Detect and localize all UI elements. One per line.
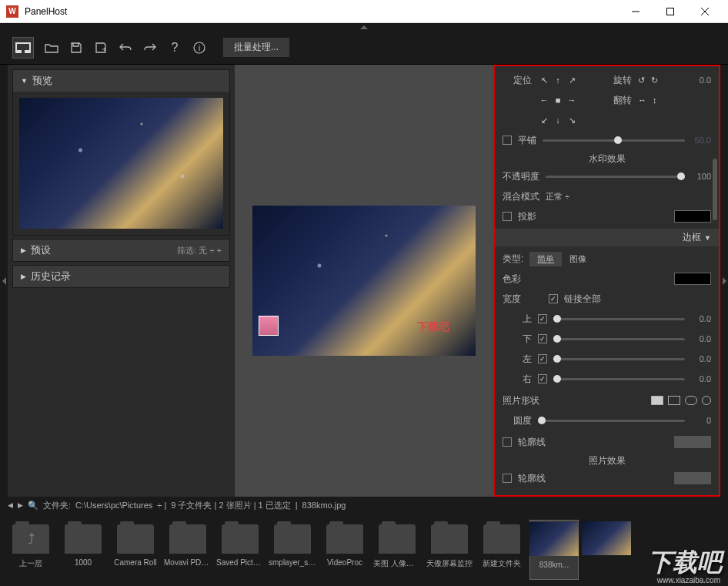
arrow-s-icon[interactable]: ↓ bbox=[552, 116, 564, 126]
folder-path[interactable]: C:\Users\pc\Pictures bbox=[75, 501, 152, 510]
outline-label: 轮廓线 bbox=[518, 436, 546, 449]
blend-dropdown[interactable]: 正常 ÷ bbox=[546, 191, 569, 203]
position-arrows[interactable]: ↖↑↗ bbox=[538, 75, 592, 85]
flip-v-icon[interactable]: ↕ bbox=[653, 95, 657, 105]
flip-label: 翻转 bbox=[613, 94, 632, 107]
outline2-swatch[interactable] bbox=[674, 472, 711, 484]
roundness-slider[interactable] bbox=[538, 420, 685, 422]
film-label: 天傲屏幕监控 bbox=[426, 558, 473, 569]
film-item[interactable]: Camera Roll bbox=[111, 520, 160, 580]
flip-h-icon[interactable]: ↔ bbox=[638, 95, 646, 105]
nav-back-icon[interactable]: ◀ bbox=[8, 501, 13, 509]
info-icon[interactable]: i bbox=[192, 41, 206, 55]
arrow-w-icon[interactable]: ← bbox=[538, 95, 550, 105]
redo-icon[interactable] bbox=[143, 41, 157, 55]
shadow-color[interactable] bbox=[674, 210, 711, 223]
position-label: 定位 bbox=[503, 74, 532, 87]
arrow-sw-icon[interactable]: ↙ bbox=[538, 116, 550, 126]
right-collapse-handle[interactable] bbox=[720, 65, 728, 497]
watermark-text: 下载吧 bbox=[417, 320, 449, 334]
filter-label[interactable]: 筛选: 无 ÷ + bbox=[177, 245, 222, 256]
border-section-header[interactable]: 边框▼ bbox=[495, 229, 719, 246]
open-folder-icon[interactable] bbox=[45, 41, 58, 55]
film-item[interactable]: 上一层 bbox=[6, 520, 55, 580]
preview-label: 预览 bbox=[32, 74, 52, 88]
thumbnail-icon bbox=[529, 522, 579, 556]
history-label: 历史记录 bbox=[31, 270, 71, 283]
shape-circle[interactable] bbox=[702, 396, 711, 405]
left-label: 左 bbox=[503, 353, 532, 366]
arrow-se-icon[interactable]: ↘ bbox=[566, 116, 578, 126]
right-checkbox[interactable] bbox=[538, 374, 547, 383]
film-item[interactable] bbox=[582, 520, 631, 580]
history-header[interactable]: ▶历史记录 bbox=[13, 266, 229, 287]
nav-fwd-icon[interactable]: ▶ bbox=[18, 501, 23, 509]
film-item[interactable]: 1000 bbox=[58, 520, 108, 580]
film-item[interactable]: 838km... bbox=[529, 520, 579, 580]
titlebar: W PanelHost bbox=[0, 0, 728, 23]
film-label: smplayer_scre... bbox=[269, 558, 316, 567]
watermark-badge[interactable] bbox=[259, 316, 279, 336]
opacity-slider[interactable] bbox=[546, 176, 685, 178]
undo-icon[interactable] bbox=[119, 41, 132, 55]
batch-button[interactable]: 批量处理... bbox=[223, 38, 289, 57]
minimize-button[interactable] bbox=[618, 1, 653, 22]
shape-rect[interactable] bbox=[668, 396, 680, 405]
left-checkbox[interactable] bbox=[538, 354, 547, 363]
arrow-e-icon[interactable]: → bbox=[566, 95, 578, 105]
right-slider[interactable] bbox=[553, 378, 685, 380]
folder-label: 文件夹: bbox=[43, 500, 71, 511]
folder-info: 9 子文件夹 | 2 张照片 | 1 已选定 bbox=[171, 500, 290, 511]
rotate-ccw-icon[interactable]: ↺ bbox=[638, 75, 645, 85]
svg-text:i: i bbox=[199, 44, 200, 52]
shape-rect-filled[interactable] bbox=[651, 396, 663, 405]
bottom-slider[interactable] bbox=[553, 338, 685, 340]
center-icon[interactable]: ■ bbox=[552, 95, 564, 105]
left-collapse-handle[interactable] bbox=[0, 65, 8, 497]
folder-icon bbox=[65, 524, 102, 554]
top-collapse-handle[interactable] bbox=[0, 23, 728, 31]
left-slider[interactable] bbox=[553, 358, 685, 360]
canvas-image[interactable]: 下载吧 bbox=[252, 206, 476, 356]
left-panel: ▼预览 ▶预设 筛选: 无 ÷ + ▶历史记录 bbox=[8, 65, 235, 497]
export-icon[interactable] bbox=[94, 41, 108, 55]
bottom-checkbox[interactable] bbox=[538, 334, 547, 343]
outline2-checkbox[interactable] bbox=[503, 474, 512, 483]
app-logo[interactable] bbox=[12, 37, 34, 59]
close-button[interactable] bbox=[687, 1, 722, 22]
maximize-button[interactable] bbox=[653, 1, 687, 22]
tile-slider[interactable] bbox=[543, 139, 685, 142]
presets-header[interactable]: ▶预设 筛选: 无 ÷ + bbox=[13, 239, 229, 261]
top-checkbox[interactable] bbox=[538, 314, 547, 323]
save-icon[interactable] bbox=[69, 41, 83, 55]
border-color[interactable] bbox=[674, 273, 711, 285]
film-item[interactable]: 美图 人像写真 bbox=[372, 520, 422, 580]
rotate-cw-icon[interactable]: ↻ bbox=[651, 75, 658, 85]
preview-thumbnail[interactable] bbox=[19, 98, 223, 229]
preview-header[interactable]: ▼预览 bbox=[13, 70, 229, 92]
film-item[interactable]: smplayer_scre... bbox=[268, 520, 317, 580]
arrow-ne-icon: ↗ bbox=[566, 75, 578, 85]
link-all-label: 链接全部 bbox=[564, 293, 601, 306]
film-item[interactable]: 新建文件夹 bbox=[477, 520, 526, 580]
film-item[interactable]: VideoProc bbox=[320, 520, 369, 580]
help-icon[interactable]: ? bbox=[168, 41, 182, 55]
film-label: Saved Pictures bbox=[216, 558, 264, 567]
outline-swatch[interactable] bbox=[674, 436, 711, 448]
outline-checkbox[interactable] bbox=[503, 437, 512, 447]
type-simple-button[interactable]: 简单 bbox=[529, 252, 562, 266]
scrollbar-thumb[interactable] bbox=[713, 159, 717, 220]
top-slider[interactable] bbox=[553, 318, 685, 320]
tile-checkbox[interactable] bbox=[503, 136, 512, 145]
search-icon[interactable]: 🔍 bbox=[28, 501, 38, 511]
tile-value: 50.0 bbox=[691, 136, 711, 145]
arrow-nw-icon: ↖ bbox=[538, 75, 550, 85]
shadow-label: 投影 bbox=[518, 210, 536, 223]
shape-rounded[interactable] bbox=[685, 396, 697, 405]
link-all-checkbox[interactable] bbox=[549, 294, 558, 303]
film-item[interactable]: Movavi PDF E... bbox=[163, 520, 212, 580]
type-image-button[interactable]: 图像 bbox=[562, 252, 594, 266]
film-item[interactable]: 天傲屏幕监控 bbox=[425, 520, 474, 580]
shadow-checkbox[interactable] bbox=[503, 212, 512, 221]
film-item[interactable]: Saved Pictures bbox=[215, 520, 265, 580]
